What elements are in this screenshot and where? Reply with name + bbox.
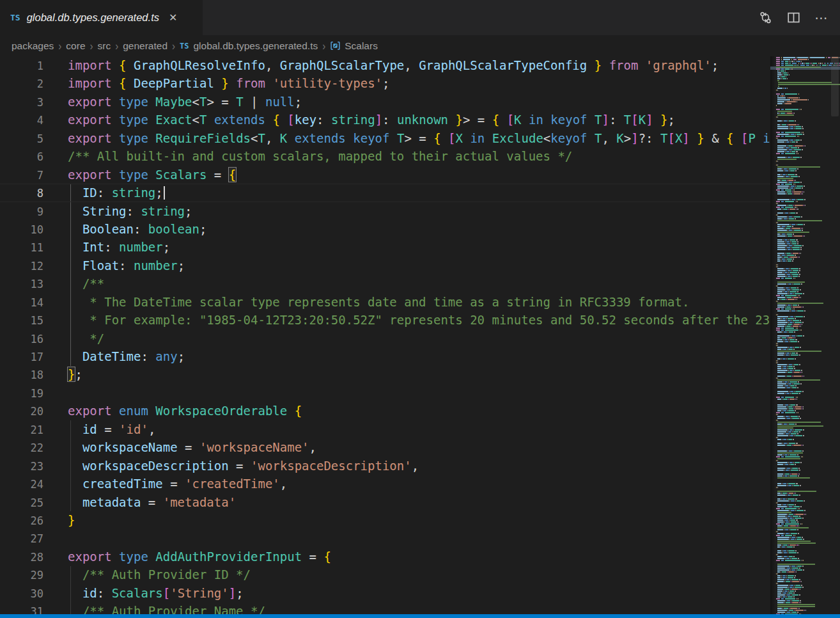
line-number-6[interactable]: 6 bbox=[0, 148, 43, 166]
code-line-20[interactable]: 20export enum WorkspaceOrderable { bbox=[0, 402, 770, 420]
line-number-19[interactable]: 19 bbox=[0, 384, 43, 402]
code-line-13[interactable]: 13 /** bbox=[0, 274, 770, 292]
line-number-13[interactable]: 13 bbox=[0, 275, 43, 293]
line-number-24[interactable]: 24 bbox=[0, 475, 43, 493]
open-changes-icon[interactable] bbox=[756, 8, 775, 28]
line-number-3[interactable]: 3 bbox=[0, 93, 43, 111]
line-number-15[interactable]: 15 bbox=[0, 312, 43, 329]
code-text: export type Scalars = { bbox=[68, 168, 236, 182]
breadcrumb-item-symbol[interactable]: Scalars bbox=[330, 40, 378, 52]
line-number-22[interactable]: 22 bbox=[0, 439, 43, 457]
close-tab-icon[interactable]: ✕ bbox=[166, 11, 180, 25]
code-line-28[interactable]: 28export type AddAuthProviderInput = { bbox=[0, 548, 770, 566]
code-line-11[interactable]: 11 Int: number; bbox=[0, 238, 770, 256]
breadcrumb-item-file[interactable]: TSglobal.db.types.generated.ts bbox=[180, 40, 318, 52]
line-number-21[interactable]: 21 bbox=[0, 421, 43, 439]
more-actions-icon[interactable]: ⋯ bbox=[812, 8, 831, 28]
code-line-24[interactable]: 24 createdTime = 'createdTime', bbox=[0, 475, 770, 493]
breadcrumb-symbol-label: Scalars bbox=[345, 40, 378, 52]
code-line-29[interactable]: 29 /** Auth Provider ID */ bbox=[0, 566, 770, 583]
line-number-12[interactable]: 12 bbox=[0, 257, 43, 275]
code-line-30[interactable]: 30 id: Scalars['String']; bbox=[0, 584, 770, 602]
code-text: String: string; bbox=[68, 204, 192, 218]
code-editor[interactable]: 1import { GraphQLResolveInfo, GraphQLSca… bbox=[0, 56, 770, 614]
code-line-6[interactable]: 6/** All built-in and custom scalars, ma… bbox=[0, 147, 770, 165]
line-number-31[interactable]: 31 bbox=[0, 603, 43, 614]
breadcrumb-item-core[interactable]: core bbox=[66, 40, 85, 52]
line-number-4[interactable]: 4 bbox=[0, 111, 43, 129]
code-line-15[interactable]: 15 * For example: "1985-04-12T23:20:50.5… bbox=[0, 311, 770, 329]
code-line-1[interactable]: 1import { GraphQLResolveInfo, GraphQLSca… bbox=[0, 56, 770, 74]
code-line-22[interactable]: 22 workspaceName = 'workspaceName', bbox=[0, 438, 770, 456]
line-number-25[interactable]: 25 bbox=[0, 494, 43, 512]
line-number-2[interactable]: 2 bbox=[0, 75, 43, 93]
code-line-23[interactable]: 23 workspaceDescription = 'workspaceDesc… bbox=[0, 457, 770, 475]
code-text: Int: number; bbox=[68, 240, 170, 254]
tab-global-db-types[interactable]: TS global.db.types.generated.ts ✕ bbox=[0, 0, 203, 35]
code-line-17[interactable]: 17 DateTime: any; bbox=[0, 347, 770, 365]
breadcrumb-item-packages[interactable]: packages bbox=[12, 40, 54, 52]
line-number-7[interactable]: 7 bbox=[0, 166, 43, 184]
status-bar[interactable] bbox=[0, 614, 840, 618]
line-number-10[interactable]: 10 bbox=[0, 221, 43, 239]
line-number-18[interactable]: 18 bbox=[0, 366, 43, 384]
breadcrumb-file-label: global.db.types.generated.ts bbox=[193, 40, 318, 52]
minimap[interactable] bbox=[770, 56, 840, 614]
code-text: /** bbox=[68, 276, 104, 290]
tab-bar: TS global.db.types.generated.ts ✕ bbox=[0, 0, 840, 35]
code-line-10[interactable]: 10 Boolean: boolean; bbox=[0, 220, 770, 238]
code-text: export type RequireFields<T, K extends k… bbox=[68, 131, 770, 145]
line-number-28[interactable]: 28 bbox=[0, 548, 43, 566]
line-number-11[interactable]: 11 bbox=[0, 239, 43, 257]
line-number-29[interactable]: 29 bbox=[0, 566, 43, 584]
code-text: workspaceName = 'workspaceName', bbox=[68, 440, 316, 454]
line-number-27[interactable]: 27 bbox=[0, 530, 43, 548]
code-line-3[interactable]: 3export type Maybe<T> = T | null; bbox=[0, 93, 770, 111]
breadcrumb-separator-icon: › bbox=[90, 39, 93, 52]
breadcrumb: packages›core›src›generated›TSglobal.db.… bbox=[0, 35, 840, 56]
text-cursor bbox=[164, 186, 165, 200]
line-number-9[interactable]: 9 bbox=[0, 203, 43, 221]
code-line-12[interactable]: 12 Float: number; bbox=[0, 257, 770, 274]
code-text: */ bbox=[68, 331, 104, 345]
code-text: /** Auth Provider Name */ bbox=[68, 604, 265, 614]
line-number-1[interactable]: 1 bbox=[0, 57, 43, 75]
vertical-scrollbar[interactable] bbox=[831, 56, 839, 116]
code-line-26[interactable]: 26} bbox=[0, 511, 770, 529]
code-line-31[interactable]: 31 /** Auth Provider Name */ bbox=[0, 602, 770, 614]
code-line-25[interactable]: 25 metadata = 'metadata' bbox=[0, 493, 770, 511]
code-line-16[interactable]: 16 */ bbox=[0, 329, 770, 347]
code-text: }; bbox=[68, 367, 82, 381]
code-line-2[interactable]: 2import { DeepPartial } from 'utility-ty… bbox=[0, 74, 770, 92]
line-number-5[interactable]: 5 bbox=[0, 130, 43, 148]
line-number-17[interactable]: 17 bbox=[0, 348, 43, 366]
line-number-20[interactable]: 20 bbox=[0, 402, 43, 420]
editor-actions: ⋯ bbox=[756, 0, 840, 35]
symbol-type-icon bbox=[330, 40, 341, 51]
line-number-23[interactable]: 23 bbox=[0, 457, 43, 475]
code-line-7[interactable]: 7export type Scalars = { bbox=[0, 166, 770, 184]
code-text: export type AddAuthProviderInput = { bbox=[68, 550, 331, 564]
code-line-18[interactable]: 18}; bbox=[0, 365, 770, 383]
breadcrumb-item-generated[interactable]: generated bbox=[123, 40, 167, 52]
code-line-8[interactable]: 8 ID: string; bbox=[0, 184, 770, 202]
line-number-26[interactable]: 26 bbox=[0, 512, 43, 530]
line-number-16[interactable]: 16 bbox=[0, 330, 43, 348]
code-text: metadata = 'metadata' bbox=[68, 495, 236, 509]
code-line-27[interactable]: 27 bbox=[0, 529, 770, 547]
split-editor-icon[interactable] bbox=[784, 8, 803, 28]
breadcrumb-separator-icon: › bbox=[58, 39, 61, 52]
minimap-shadow bbox=[770, 56, 775, 614]
code-line-14[interactable]: 14 * The DateTime scalar type represents… bbox=[0, 293, 770, 311]
code-line-4[interactable]: 4export type Exact<T extends { [key: str… bbox=[0, 111, 770, 129]
code-line-9[interactable]: 9 String: string; bbox=[0, 202, 770, 220]
code-text: ID: string; bbox=[68, 186, 165, 200]
breadcrumb-item-src[interactable]: src bbox=[98, 40, 111, 52]
minimap-content bbox=[776, 57, 828, 614]
code-line-19[interactable]: 19 bbox=[0, 384, 770, 402]
line-number-8[interactable]: 8 bbox=[0, 184, 43, 202]
line-number-30[interactable]: 30 bbox=[0, 585, 43, 603]
line-number-14[interactable]: 14 bbox=[0, 294, 43, 312]
code-line-5[interactable]: 5export type RequireFields<T, K extends … bbox=[0, 129, 770, 147]
code-line-21[interactable]: 21 id = 'id', bbox=[0, 420, 770, 438]
